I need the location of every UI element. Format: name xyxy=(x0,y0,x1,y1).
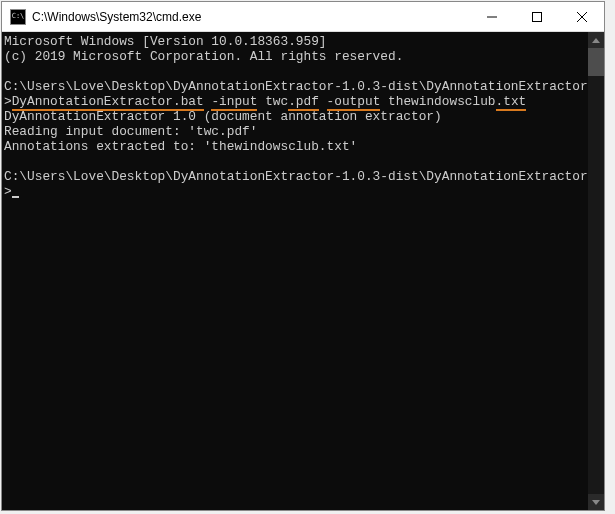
cmd-icon: C:\ xyxy=(10,9,26,25)
cmd-output-name: thewindowsclub xyxy=(380,94,495,109)
console-output[interactable]: Microsoft Windows [Version 10.0.18363.95… xyxy=(2,32,588,510)
cmd-output-ext: .txt xyxy=(496,94,527,111)
console-area: Microsoft Windows [Version 10.0.18363.95… xyxy=(2,32,604,510)
scroll-down-button[interactable] xyxy=(588,494,604,510)
output-line: Annotations extracted to: 'thewindowsclu… xyxy=(4,139,357,154)
titlebar[interactable]: C:\ C:\Windows\System32\cmd.exe xyxy=(2,2,604,32)
output-line: DyAnnotationExtractor 1.0 (document anno… xyxy=(4,109,442,124)
cmd-icon-label: C:\ xyxy=(12,13,25,20)
cmd-window: C:\ C:\Windows\System32\cmd.exe Microsof… xyxy=(1,1,605,511)
text-cursor xyxy=(12,196,19,198)
close-button[interactable] xyxy=(559,2,604,31)
scroll-up-button[interactable] xyxy=(588,32,604,48)
cmd-space xyxy=(319,94,327,109)
vertical-scrollbar[interactable] xyxy=(588,32,604,510)
version-line: Microsoft Windows [Version 10.0.18363.95… xyxy=(4,34,327,49)
chevron-down-icon xyxy=(592,500,600,505)
window-controls xyxy=(469,2,604,31)
close-icon xyxy=(577,12,587,22)
copyright-line: (c) 2019 Microsoft Corporation. All righ… xyxy=(4,49,403,64)
maximize-button[interactable] xyxy=(514,2,559,31)
scrollbar-track[interactable] xyxy=(588,48,604,494)
svg-marker-4 xyxy=(592,38,600,43)
output-line: Reading input document: 'twc.pdf' xyxy=(4,124,257,139)
minimize-icon xyxy=(487,12,497,22)
minimize-button[interactable] xyxy=(469,2,514,31)
window-title: C:\Windows\System32\cmd.exe xyxy=(32,10,469,24)
prompt-path: C:\Users\Love\Desktop\DyAnnotationExtrac… xyxy=(4,169,588,199)
chevron-up-icon xyxy=(592,38,600,43)
cmd-input-name: twc xyxy=(257,94,288,109)
maximize-icon xyxy=(532,12,542,22)
scrollbar-thumb[interactable] xyxy=(588,48,604,76)
svg-rect-1 xyxy=(532,12,541,21)
svg-marker-5 xyxy=(592,500,600,505)
